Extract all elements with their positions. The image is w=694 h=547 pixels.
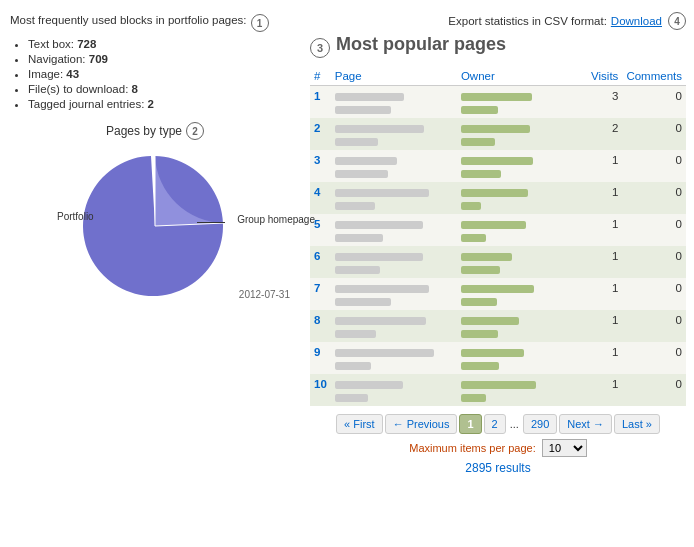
chart-section: Pages by type 2 Portfolio Group homepage… (10, 122, 300, 300)
row-visits: 2 (571, 118, 623, 150)
row-num: 9 (310, 342, 331, 374)
popular-pages-table: # Page Owner Visits Comments 13022031041… (310, 67, 686, 406)
table-wrap: # Page Owner Visits Comments 13022031041… (310, 67, 686, 406)
row-num: 3 (310, 150, 331, 182)
row-comments: 0 (622, 86, 686, 119)
block-label: File(s) to download: (28, 83, 132, 95)
block-list: Text box: 728 Navigation: 709 Image: 43 … (10, 38, 300, 110)
circled-1: 1 (251, 14, 269, 32)
page-290-btn[interactable]: 290 (523, 414, 557, 434)
row-num: 10 (310, 374, 331, 406)
blocks-section-title: Most frequently used blocks in portfolio… (10, 14, 247, 26)
row-owner (457, 374, 571, 406)
row-num: 6 (310, 246, 331, 278)
row-owner (457, 182, 571, 214)
chart-title: Pages by type (106, 124, 182, 138)
prev-page-btn[interactable]: ← Previous (385, 414, 458, 434)
row-num: 8 (310, 310, 331, 342)
row-page (331, 374, 457, 406)
pie-label-group: Group homepage (237, 214, 315, 225)
row-page (331, 182, 457, 214)
export-label: Export statistics in CSV format: (448, 15, 607, 27)
row-comments: 0 (622, 246, 686, 278)
row-comments: 0 (622, 118, 686, 150)
page-2-btn[interactable]: 2 (484, 414, 506, 434)
block-label: Image: (28, 68, 66, 80)
row-comments: 0 (622, 150, 686, 182)
row-visits: 1 (571, 214, 623, 246)
row-owner (457, 150, 571, 182)
block-count: 728 (77, 38, 96, 50)
row-comments: 0 (622, 214, 686, 246)
row-visits: 1 (571, 342, 623, 374)
list-item: Text box: 728 (28, 38, 300, 50)
circled-3: 3 (310, 38, 330, 58)
row-page (331, 342, 457, 374)
table-row: 610 (310, 246, 686, 278)
table-row: 810 (310, 310, 686, 342)
list-item: File(s) to download: 8 (28, 83, 300, 95)
pie-line (197, 222, 225, 223)
next-page-btn[interactable]: Next → (559, 414, 612, 434)
per-page-label: Maximum items per page: (409, 442, 536, 454)
row-comments: 0 (622, 310, 686, 342)
ellipsis: ... (508, 418, 521, 430)
row-owner (457, 278, 571, 310)
per-page-select[interactable]: 10 20 50 100 (542, 439, 587, 457)
row-page (331, 310, 457, 342)
block-label: Text box: (28, 38, 77, 50)
left-panel: Most frequently used blocks in portfolio… (0, 8, 310, 479)
row-num: 1 (310, 86, 331, 119)
row-owner (457, 214, 571, 246)
row-visits: 1 (571, 310, 623, 342)
first-page-btn[interactable]: « First (336, 414, 383, 434)
block-label: Navigation: (28, 53, 89, 65)
table-header-row: # Page Owner Visits Comments (310, 67, 686, 86)
block-count: 43 (66, 68, 79, 80)
table-row: 1010 (310, 374, 686, 406)
row-visits: 3 (571, 86, 623, 119)
row-owner (457, 86, 571, 119)
block-count: 709 (89, 53, 108, 65)
row-num: 4 (310, 182, 331, 214)
row-comments: 0 (622, 374, 686, 406)
block-count: 2 (148, 98, 154, 110)
table-row: 510 (310, 214, 686, 246)
col-page[interactable]: Page (331, 67, 457, 86)
last-page-btn[interactable]: Last » (614, 414, 660, 434)
list-item: Image: 43 (28, 68, 300, 80)
right-panel: Export statistics in CSV format: Downloa… (310, 8, 694, 479)
row-owner (457, 118, 571, 150)
col-comments[interactable]: Comments (622, 67, 686, 86)
table-body: 1302203104105106107108109101010 (310, 86, 686, 407)
row-num: 7 (310, 278, 331, 310)
row-visits: 1 (571, 246, 623, 278)
row-visits: 1 (571, 150, 623, 182)
col-owner[interactable]: Owner (457, 67, 571, 86)
section-heading: Most popular pages (336, 34, 506, 55)
export-header: Export statistics in CSV format: Downloa… (310, 12, 686, 30)
row-num: 2 (310, 118, 331, 150)
list-item: Tagged journal entries: 2 (28, 98, 300, 110)
row-comments: 0 (622, 278, 686, 310)
col-visits[interactable]: Visits (571, 67, 623, 86)
row-visits: 1 (571, 182, 623, 214)
table-row: 910 (310, 342, 686, 374)
row-page (331, 278, 457, 310)
row-page (331, 150, 457, 182)
table-row: 710 (310, 278, 686, 310)
row-page (331, 246, 457, 278)
pie-chart: Portfolio Group homepage (55, 146, 255, 309)
pagination: « First ← Previous 1 2 ... 290 Next → La… (310, 414, 686, 434)
row-owner (457, 246, 571, 278)
table-row: 310 (310, 150, 686, 182)
block-label: Tagged journal entries: (28, 98, 148, 110)
row-comments: 0 (622, 182, 686, 214)
row-visits: 1 (571, 278, 623, 310)
circled-4: 4 (668, 12, 686, 30)
download-link[interactable]: Download (611, 15, 662, 27)
results-label: 2895 results (310, 461, 686, 475)
page-1-btn[interactable]: 1 (459, 414, 481, 434)
pie-label-portfolio: Portfolio (57, 211, 94, 222)
row-page (331, 214, 457, 246)
